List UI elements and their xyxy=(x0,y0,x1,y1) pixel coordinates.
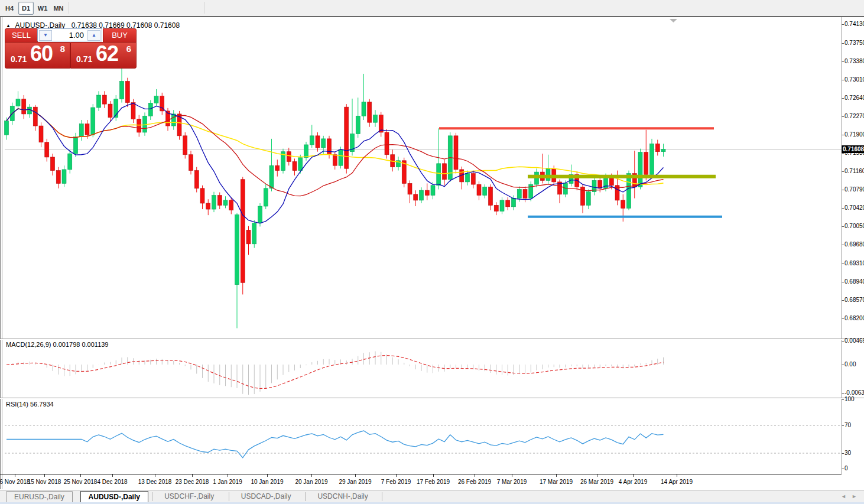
date-axis-tick xyxy=(433,474,434,477)
chart-shift-marker-icon xyxy=(670,19,677,22)
candle-body xyxy=(223,200,228,205)
candle-body xyxy=(194,171,199,188)
price-axis-tick xyxy=(842,135,844,135)
date-axis-label: 29 Jan 2019 xyxy=(339,479,371,485)
price-axis-label: 0.74130 xyxy=(844,21,864,27)
rsi-axis-label: 0 xyxy=(844,465,848,472)
window-border-left xyxy=(2,17,2,489)
tab-scroll-right-icon[interactable]: ► xyxy=(852,493,857,499)
timeframe-button-w1[interactable]: W1 xyxy=(35,2,50,15)
tab-scroll-left-icon[interactable]: ◄ xyxy=(841,493,846,499)
date-axis-label: 25 Nov 2018 xyxy=(64,479,98,485)
date-axis-label: 6 Nov 2018 xyxy=(0,479,30,485)
volume-increase-icon[interactable]: ▲ xyxy=(87,30,100,41)
rsi-axis-label: 70 xyxy=(844,422,851,428)
date-axis-tick xyxy=(475,474,475,477)
mt4-chart-window: H4 D1 W1 MN ▲ AUDUSD-,Daily 0.71638 0.71… xyxy=(0,0,864,504)
candle-body xyxy=(120,82,124,99)
price-axis-label: 0.71900 xyxy=(844,131,864,138)
current-price-badge: 0.71608 xyxy=(842,145,864,153)
candle-body xyxy=(362,102,366,116)
candle-body xyxy=(241,180,245,283)
candle-body xyxy=(310,136,314,145)
tab-separator xyxy=(229,492,229,501)
sell-button[interactable]: SELL xyxy=(5,28,38,43)
candle-body xyxy=(500,200,504,211)
buy-price-prefix: 0.71 xyxy=(76,54,92,64)
buy-button[interactable]: BUY xyxy=(103,28,137,43)
rsi-axis-tick xyxy=(842,399,844,400)
chart-tab-eurusd[interactable]: EURUSD-,Daily xyxy=(6,491,73,503)
candle-body xyxy=(200,188,204,203)
candle-body xyxy=(443,164,447,180)
date-axis-tick xyxy=(677,474,677,477)
date-axis-tick xyxy=(112,474,113,477)
chart-tab-usdcnh[interactable]: USDCNH-,Daily xyxy=(310,491,375,502)
date-axis-label: 4 Apr 2019 xyxy=(619,479,647,485)
date-axis-tick xyxy=(512,474,512,477)
date-axis-label: 4 Dec 2018 xyxy=(97,479,127,485)
candle-body xyxy=(39,126,43,142)
timeframe-button-d1[interactable]: D1 xyxy=(18,2,34,15)
timeframe-button-h4[interactable]: H4 xyxy=(2,2,17,15)
candle-body xyxy=(437,164,441,186)
toolbar-separator xyxy=(69,2,69,14)
timeframe-toolbar: H4 D1 W1 MN xyxy=(0,0,864,16)
candle-body xyxy=(269,165,274,188)
sell-price-prefix: 0.71 xyxy=(11,54,27,64)
candle-body xyxy=(546,168,550,180)
date-axis-border xyxy=(0,474,842,474)
candle-body xyxy=(655,144,660,151)
volume-spinner: ▼ ▲ xyxy=(37,28,102,41)
candle-body xyxy=(316,136,320,148)
date-axis-tick xyxy=(192,474,193,477)
macd-axis-label: -0.00639 xyxy=(844,389,864,396)
timeframe-button-mn[interactable]: MN xyxy=(50,2,67,15)
price-axis-label: 0.70790 xyxy=(844,186,864,193)
candle-body xyxy=(258,206,262,223)
date-axis-tick xyxy=(597,474,597,477)
candle-body xyxy=(102,95,106,104)
date-axis-label: 26 Mar 2019 xyxy=(580,479,613,485)
macd-axis-tick xyxy=(842,341,844,342)
volume-input[interactable] xyxy=(52,30,85,40)
candle-body xyxy=(293,161,297,170)
candle-body xyxy=(16,99,20,106)
buy-price-box[interactable]: 0.71 62 6 xyxy=(70,42,137,69)
rsi-label: RSI(14) 56.7934 xyxy=(6,401,54,408)
chart-tab-usdchf[interactable]: USDCHF-,Daily xyxy=(157,491,222,502)
price-axis-label: 0.68570 xyxy=(844,297,864,303)
date-axis-label: 17 Feb 2019 xyxy=(417,479,450,485)
price-axis-label: 0.73010 xyxy=(844,76,864,83)
candle-body xyxy=(466,174,470,182)
price-axis-label: 0.69680 xyxy=(844,241,864,248)
tab-separator xyxy=(382,492,382,501)
candle-body xyxy=(494,205,498,211)
volume-decrease-icon[interactable]: ▼ xyxy=(39,30,52,41)
chart-tab-usdcad[interactable]: USDCAD-,Daily xyxy=(233,491,299,502)
candle-body xyxy=(512,199,516,207)
sell-price-big: 60 xyxy=(30,41,53,66)
rsi-line xyxy=(7,431,664,458)
window-border xyxy=(0,17,864,17)
candle-body xyxy=(414,194,418,200)
date-axis-tick xyxy=(80,474,81,477)
chart-tab-audusd[interactable]: AUDUSD-,Daily xyxy=(80,491,148,503)
rsi-axis-tick xyxy=(842,425,844,426)
candle-body xyxy=(356,116,360,134)
candle-body xyxy=(45,142,49,157)
candle-body xyxy=(264,188,268,206)
date-axis-tick xyxy=(155,474,155,477)
ma-slow-yellow-line xyxy=(7,109,664,184)
price-axis-tick xyxy=(842,208,844,209)
candle-body xyxy=(275,165,280,170)
price-axis-tick xyxy=(842,80,844,80)
chart-canvas[interactable] xyxy=(0,0,864,474)
sell-price-box[interactable]: 0.71 60 8 xyxy=(5,42,70,69)
candle-body xyxy=(523,189,527,198)
rsi-value: 56.7934 xyxy=(30,401,54,408)
price-axis-label: 0.73380 xyxy=(844,58,864,64)
collapse-triangle-icon[interactable]: ▲ xyxy=(6,23,11,28)
candle-body xyxy=(471,174,475,184)
candle-body xyxy=(56,171,60,184)
